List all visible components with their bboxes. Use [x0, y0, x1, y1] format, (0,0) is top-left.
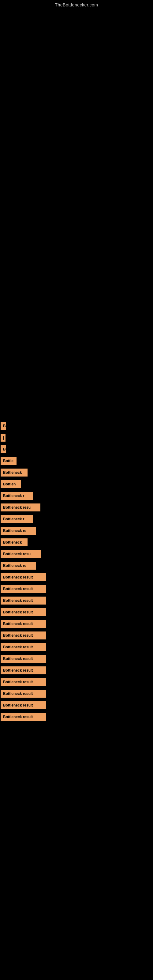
- bottleneck-result-label: Bottleneck result: [1, 608, 46, 616]
- site-title: TheBottlenecker.com: [0, 0, 153, 9]
- bottleneck-result-label: |: [1, 434, 5, 442]
- list-item: Bottlen: [1, 480, 153, 488]
- list-item: Bottleneck r: [1, 515, 153, 523]
- list-item: Bottleneck r: [1, 492, 153, 500]
- list-item: Bottleneck result: [1, 632, 153, 640]
- results-section: B|BBottleBottleneckBottlenBottleneck rBo…: [0, 9, 153, 721]
- list-item: Bottleneck result: [1, 713, 153, 721]
- bottleneck-result-label: Bottleneck result: [1, 573, 46, 581]
- bottleneck-result-label: Bottleneck result: [1, 655, 46, 663]
- list-item: Bottleneck result: [1, 655, 153, 663]
- list-item: Bottleneck result: [1, 678, 153, 686]
- list-item: Bottleneck resu: [1, 550, 153, 558]
- list-item: Bottleneck resu: [1, 503, 153, 511]
- main-section: B|BBottleBottleneckBottlenBottleneck rBo…: [0, 9, 153, 721]
- list-item: Bottle: [1, 457, 153, 465]
- bottleneck-result-label: Bottleneck result: [1, 678, 46, 686]
- bottleneck-result-label: Bottleneck resu: [1, 550, 41, 558]
- list-item: Bottleneck: [1, 469, 153, 477]
- bottleneck-result-label: Bottleneck re: [1, 562, 36, 570]
- list-item: |: [1, 434, 153, 442]
- list-item: Bottleneck: [1, 538, 153, 546]
- bottleneck-result-label: Bottleneck result: [1, 620, 46, 628]
- bottleneck-result-label: Bottlen: [1, 480, 21, 488]
- bottleneck-result-label: Bottleneck result: [1, 667, 46, 675]
- bottleneck-result-label: Bottleneck result: [1, 690, 46, 698]
- list-item: B: [1, 445, 153, 453]
- bottleneck-result-label: Bottleneck result: [1, 597, 46, 605]
- list-item: Bottleneck result: [1, 620, 153, 628]
- list-item: B: [1, 422, 153, 430]
- bottleneck-result-label: B: [1, 445, 6, 453]
- bottleneck-result-label: Bottleneck re: [1, 527, 36, 535]
- list-item: Bottleneck re: [1, 562, 153, 570]
- list-item: Bottleneck result: [1, 597, 153, 605]
- list-item: Bottleneck result: [1, 608, 153, 616]
- list-item: Bottleneck result: [1, 701, 153, 709]
- list-item: Bottleneck result: [1, 573, 153, 581]
- list-item: Bottleneck result: [1, 585, 153, 593]
- list-item: Bottleneck re: [1, 527, 153, 535]
- bottleneck-result-label: Bottle: [1, 457, 16, 465]
- bottleneck-result-label: Bottleneck result: [1, 643, 46, 651]
- bottleneck-result-label: Bottleneck r: [1, 515, 33, 523]
- bottleneck-result-label: Bottleneck resu: [1, 503, 40, 511]
- bottleneck-result-label: Bottleneck result: [1, 585, 46, 593]
- list-item: Bottleneck result: [1, 667, 153, 675]
- list-item: Bottleneck result: [1, 690, 153, 698]
- bottleneck-result-label: Bottleneck: [1, 538, 27, 546]
- bottleneck-result-label: Bottleneck result: [1, 632, 46, 640]
- list-item: Bottleneck result: [1, 643, 153, 651]
- bottleneck-result-label: B: [1, 422, 6, 430]
- bottleneck-result-label: Bottleneck result: [1, 713, 46, 721]
- bottleneck-result-label: Bottleneck result: [1, 701, 46, 709]
- bottleneck-result-label: Bottleneck: [1, 469, 27, 477]
- bottleneck-result-label: Bottleneck r: [1, 492, 33, 500]
